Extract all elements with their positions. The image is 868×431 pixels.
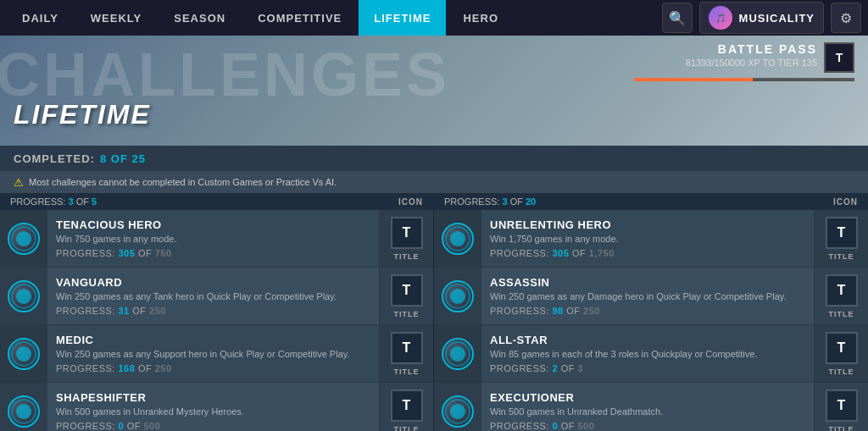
progress-of: OF: [135, 248, 154, 258]
challenge-name: SHAPESHIFTER: [56, 391, 370, 404]
challenge-info: ALL-STAR Win 85 games in each of the 3 r…: [481, 325, 814, 382]
challenge-desc: Win 250 games as any Tank hero in Quick …: [56, 290, 370, 302]
battle-pass-bar: [634, 78, 854, 81]
coin-inner-icon: [450, 404, 465, 419]
challenge-card: SHAPESHIFTER Win 500 games in Unranked M…: [0, 383, 433, 431]
reward-icon-box: T: [391, 332, 423, 364]
challenge-card: VANGUARD Win 250 games as any Tank hero …: [0, 268, 433, 325]
challenge-desc: Win 500 games in Unranked Deathmatch.: [490, 406, 805, 417]
progress-max: 250: [155, 363, 172, 373]
reward-label: TITLE: [829, 425, 854, 432]
reward-icon-box: T: [391, 217, 423, 249]
challenge-icon-area: [0, 210, 47, 267]
coin-inner-icon: [450, 346, 465, 362]
challenge-progress: PROGRESS: 305 OF 1,750: [490, 248, 805, 258]
reward-label: TITLE: [394, 367, 420, 376]
username: MUSICALITY: [739, 12, 815, 25]
right-col-header: PROGRESS: 3 OF 20 ICON: [434, 193, 868, 210]
challenge-name: TENACIOUS HERO: [56, 218, 370, 231]
progress-current: 168: [118, 363, 135, 373]
challenge-reward: T TITLE: [379, 210, 433, 267]
tab-daily[interactable]: DAILY: [7, 0, 74, 36]
progress-current: 305: [552, 248, 569, 258]
reward-label: TITLE: [394, 252, 420, 261]
challenge-info: MEDIC Win 250 games as any Support hero …: [47, 325, 379, 382]
challenge-card: ASSASSIN Win 250 games as any Damage her…: [434, 268, 868, 325]
challenge-icon-area: [434, 268, 481, 324]
left-col-header: PROGRESS: 3 OF 5 ICON: [0, 193, 433, 210]
challenge-reward: T TITLE: [814, 325, 868, 382]
progress-of: OF: [558, 421, 577, 431]
avatar: 🎵: [709, 6, 732, 30]
challenge-name: MEDIC: [56, 334, 370, 346]
progress-label: PROGRESS:: [56, 248, 118, 258]
right-challenge-list: UNRELENTING HERO Win 1,750 games in any …: [434, 210, 868, 431]
challenge-progress: PROGRESS: 31 OF 250: [56, 306, 370, 316]
user-profile-area[interactable]: 🎵 MUSICALITY: [699, 2, 824, 34]
challenge-desc: Win 250 games as any Support hero in Qui…: [56, 348, 370, 360]
progress-current: 31: [118, 306, 129, 316]
challenge-name: UNRELENTING HERO: [490, 218, 805, 231]
warning-bar: ⚠ Most challenges cannot be completed in…: [0, 171, 868, 193]
challenge-coin: [442, 338, 474, 370]
right-col-icon-label: ICON: [833, 197, 858, 207]
coin-inner-icon: [16, 289, 31, 304]
settings-button[interactable]: ⚙: [831, 3, 861, 33]
challenge-reward: T TITLE: [814, 210, 868, 267]
challenge-card: MEDIC Win 250 games as any Support hero …: [0, 325, 433, 383]
progress-max: 250: [583, 306, 600, 316]
challenge-icon-area: [0, 325, 47, 382]
completed-bar: COMPLETED: 8 OF 25: [0, 146, 868, 171]
coin-inner-icon: [450, 231, 465, 246]
progress-label: PROGRESS:: [490, 421, 552, 431]
tab-hero[interactable]: HERO: [448, 0, 514, 36]
challenge-desc: Win 750 games in any mode.: [56, 233, 370, 245]
tab-season[interactable]: SEASON: [159, 0, 241, 36]
right-col-progress: PROGRESS: 3 OF 20: [444, 196, 536, 207]
battle-pass-bar-fill: [634, 78, 753, 81]
left-col-icon-label: ICON: [398, 197, 423, 207]
tab-competitive[interactable]: COMPETITIVE: [242, 0, 357, 36]
challenge-icon-area: [0, 268, 47, 324]
challenge-info: SHAPESHIFTER Win 500 games in Unranked M…: [47, 383, 379, 431]
progress-label: PROGRESS:: [490, 248, 552, 258]
battle-pass-title: BATTLE PASS: [686, 42, 817, 56]
completed-label: COMPLETED:: [14, 152, 95, 165]
progress-of: OF: [130, 306, 149, 316]
progress-of: OF: [558, 363, 577, 373]
progress-current: 98: [552, 306, 563, 316]
reward-label: TITLE: [829, 367, 854, 376]
progress-max: 250: [149, 306, 166, 316]
battle-pass-xp: 81393/150000 XP TO TIER 135: [686, 58, 817, 68]
hero-title: LIFETIME: [14, 99, 151, 130]
coin-inner-icon: [16, 404, 31, 419]
challenge-info: VANGUARD Win 250 games as any Tank hero …: [47, 268, 379, 324]
progress-label: PROGRESS:: [490, 363, 552, 373]
tab-weekly[interactable]: WEEKLY: [75, 0, 157, 36]
challenge-name: ALL-STAR: [490, 334, 805, 346]
progress-label: PROGRESS:: [56, 363, 118, 373]
coin-inner-icon: [16, 346, 31, 362]
progress-label: PROGRESS:: [490, 306, 552, 316]
challenge-progress: PROGRESS: 2 OF 3: [490, 363, 805, 373]
challenge-coin: [8, 395, 40, 428]
main-content: PROGRESS: 3 OF 5 ICON TENACIOUS HERO Win…: [0, 193, 868, 431]
challenge-coin: [8, 223, 40, 255]
challenge-progress: PROGRESS: 98 OF 250: [490, 306, 805, 316]
progress-max: 500: [143, 421, 160, 431]
challenge-name: ASSASSIN: [490, 276, 805, 289]
search-button[interactable]: 🔍: [662, 3, 693, 33]
reward-icon-box: T: [826, 274, 858, 307]
coin-inner-icon: [450, 289, 465, 304]
challenge-info: ASSASSIN Win 250 games as any Damage her…: [481, 268, 814, 324]
challenge-card: TENACIOUS HERO Win 750 games in any mode…: [0, 210, 433, 268]
reward-label: TITLE: [394, 310, 420, 318]
challenge-card: ALL-STAR Win 85 games in each of the 3 r…: [434, 325, 868, 383]
tab-lifetime[interactable]: LIFETIME: [359, 0, 446, 36]
challenge-name: EXECUTIONER: [490, 391, 805, 404]
progress-of: OF: [569, 248, 588, 258]
progress-current: 305: [118, 248, 135, 258]
completed-count: 8 OF 25: [100, 152, 146, 165]
progress-max: 1,750: [589, 248, 615, 258]
progress-label: PROGRESS:: [56, 306, 118, 316]
